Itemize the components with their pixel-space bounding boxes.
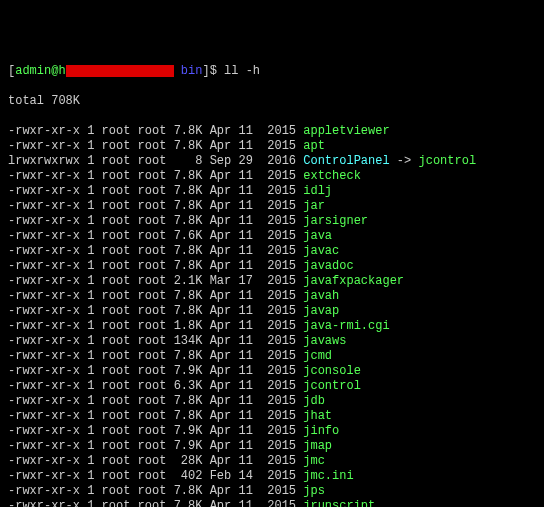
list-item: -rwxr-xr-x 1 root root 7.8K Apr 11 2015 …: [8, 394, 536, 409]
file-name: jmc.ini: [303, 469, 353, 483]
file-meta: -rwxr-xr-x 1 root root 7.9K Apr 11 2015: [8, 424, 303, 438]
list-item: -rwxr-xr-x 1 root root 7.8K Apr 11 2015 …: [8, 259, 536, 274]
file-meta: -rwxr-xr-x 1 root root 2.1K Mar 17 2015: [8, 274, 303, 288]
file-listing: -rwxr-xr-x 1 root root 7.8K Apr 11 2015 …: [8, 124, 536, 507]
file-meta: -rwxr-xr-x 1 root root 7.8K Apr 11 2015: [8, 124, 303, 138]
prompt-command: ll -h: [224, 64, 260, 78]
list-item: -rwxr-xr-x 1 root root 7.8K Apr 11 2015 …: [8, 484, 536, 499]
file-name: javah: [303, 289, 339, 303]
prompt-path: bin: [181, 64, 203, 78]
file-meta: -rwxr-xr-x 1 root root 7.8K Apr 11 2015: [8, 184, 303, 198]
list-item: -rwxr-xr-x 1 root root 7.8K Apr 11 2015 …: [8, 409, 536, 424]
file-meta: lrwxrwxrwx 1 root root 8 Sep 29 2016: [8, 154, 303, 168]
prompt-symbol: $: [210, 64, 217, 78]
list-item: -rwxr-xr-x 1 root root 7.8K Apr 11 2015 …: [8, 289, 536, 304]
file-name: jarsigner: [303, 214, 368, 228]
file-meta: -rwxr-xr-x 1 root root 1.8K Apr 11 2015: [8, 319, 303, 333]
list-item: -rwxr-xr-x 1 root root 6.3K Apr 11 2015 …: [8, 379, 536, 394]
file-name: jps: [303, 484, 325, 498]
symlink-target: jcontrol: [418, 154, 476, 168]
file-meta: -rwxr-xr-x 1 root root 7.9K Apr 11 2015: [8, 439, 303, 453]
file-name: java-rmi.cgi: [303, 319, 389, 333]
file-meta: -rwxr-xr-x 1 root root 7.8K Apr 11 2015: [8, 349, 303, 363]
file-meta: -rwxr-xr-x 1 root root 7.8K Apr 11 2015: [8, 484, 303, 498]
file-name: jar: [303, 199, 325, 213]
file-meta: -rwxr-xr-x 1 root root 7.8K Apr 11 2015: [8, 499, 303, 507]
prompt-line[interactable]: [admin@h bin]$ ll -h: [8, 64, 536, 79]
file-meta: -rwxr-xr-x 1 root root 7.9K Apr 11 2015: [8, 364, 303, 378]
list-item: -rwxr-xr-x 1 root root 1.8K Apr 11 2015 …: [8, 319, 536, 334]
file-name: extcheck: [303, 169, 361, 183]
file-name: jdb: [303, 394, 325, 408]
list-item: -rwxr-xr-x 1 root root 7.8K Apr 11 2015 …: [8, 244, 536, 259]
list-item: -rwxr-xr-x 1 root root 7.9K Apr 11 2015 …: [8, 424, 536, 439]
list-item: -rwxr-xr-x 1 root root 7.9K Apr 11 2015 …: [8, 364, 536, 379]
file-name: javadoc: [303, 259, 353, 273]
file-name: jmap: [303, 439, 332, 453]
file-name: jrunscript: [303, 499, 375, 507]
file-name: apt: [303, 139, 325, 153]
file-name: javac: [303, 244, 339, 258]
file-name: idlj: [303, 184, 332, 198]
list-item: -rwxr-xr-x 1 root root 28K Apr 11 2015 j…: [8, 454, 536, 469]
prompt-user: admin: [15, 64, 51, 78]
file-meta: -rwxr-xr-x 1 root root 7.8K Apr 11 2015: [8, 394, 303, 408]
file-meta: -rwxr-xr-x 1 root root 7.8K Apr 11 2015: [8, 169, 303, 183]
file-name: javap: [303, 304, 339, 318]
file-meta: -rwxr-xr-x 1 root root 7.8K Apr 11 2015: [8, 304, 303, 318]
file-meta: -rwxr-xr-x 1 root root 402 Feb 14 2015: [8, 469, 303, 483]
file-name: jcontrol: [303, 379, 361, 393]
prompt-host-prefix: h: [58, 64, 65, 78]
file-meta: -rwxr-xr-x 1 root root 7.8K Apr 11 2015: [8, 289, 303, 303]
list-item: -rwxr-xr-x 1 root root 7.6K Apr 11 2015 …: [8, 229, 536, 244]
list-item: -rwxr-xr-x 1 root root 7.8K Apr 11 2015 …: [8, 349, 536, 364]
file-name: jinfo: [303, 424, 339, 438]
file-name: java: [303, 229, 332, 243]
total-line: total 708K: [8, 94, 536, 109]
file-name: jcmd: [303, 349, 332, 363]
list-item: -rwxr-xr-x 1 root root 7.8K Apr 11 2015 …: [8, 124, 536, 139]
file-name: ControlPanel: [303, 154, 389, 168]
file-meta: -rwxr-xr-x 1 root root 7.8K Apr 11 2015: [8, 259, 303, 273]
list-item: -rwxr-xr-x 1 root root 7.8K Apr 11 2015 …: [8, 169, 536, 184]
list-item: -rwxr-xr-x 1 root root 7.9K Apr 11 2015 …: [8, 439, 536, 454]
list-item: lrwxrwxrwx 1 root root 8 Sep 29 2016 Con…: [8, 154, 536, 169]
file-meta: -rwxr-xr-x 1 root root 134K Apr 11 2015: [8, 334, 303, 348]
list-item: -rwxr-xr-x 1 root root 7.8K Apr 11 2015 …: [8, 199, 536, 214]
bracket-close: ]: [202, 64, 209, 78]
file-name: javafxpackager: [303, 274, 404, 288]
file-meta: -rwxr-xr-x 1 root root 7.8K Apr 11 2015: [8, 409, 303, 423]
list-item: -rwxr-xr-x 1 root root 402 Feb 14 2015 j…: [8, 469, 536, 484]
file-name: jconsole: [303, 364, 361, 378]
symlink-arrow: ->: [390, 154, 419, 168]
file-name: javaws: [303, 334, 346, 348]
list-item: -rwxr-xr-x 1 root root 7.8K Apr 11 2015 …: [8, 499, 536, 507]
file-meta: -rwxr-xr-x 1 root root 7.8K Apr 11 2015: [8, 214, 303, 228]
file-meta: -rwxr-xr-x 1 root root 6.3K Apr 11 2015: [8, 379, 303, 393]
file-meta: -rwxr-xr-x 1 root root 7.8K Apr 11 2015: [8, 244, 303, 258]
list-item: -rwxr-xr-x 1 root root 7.8K Apr 11 2015 …: [8, 184, 536, 199]
redacted-hostname: [66, 65, 174, 77]
list-item: -rwxr-xr-x 1 root root 134K Apr 11 2015 …: [8, 334, 536, 349]
list-item: -rwxr-xr-x 1 root root 2.1K Mar 17 2015 …: [8, 274, 536, 289]
list-item: -rwxr-xr-x 1 root root 7.8K Apr 11 2015 …: [8, 214, 536, 229]
file-meta: -rwxr-xr-x 1 root root 28K Apr 11 2015: [8, 454, 303, 468]
file-name: appletviewer: [303, 124, 389, 138]
file-name: jmc: [303, 454, 325, 468]
file-name: jhat: [303, 409, 332, 423]
file-meta: -rwxr-xr-x 1 root root 7.6K Apr 11 2015: [8, 229, 303, 243]
file-meta: -rwxr-xr-x 1 root root 7.8K Apr 11 2015: [8, 139, 303, 153]
list-item: -rwxr-xr-x 1 root root 7.8K Apr 11 2015 …: [8, 304, 536, 319]
file-meta: -rwxr-xr-x 1 root root 7.8K Apr 11 2015: [8, 199, 303, 213]
list-item: -rwxr-xr-x 1 root root 7.8K Apr 11 2015 …: [8, 139, 536, 154]
